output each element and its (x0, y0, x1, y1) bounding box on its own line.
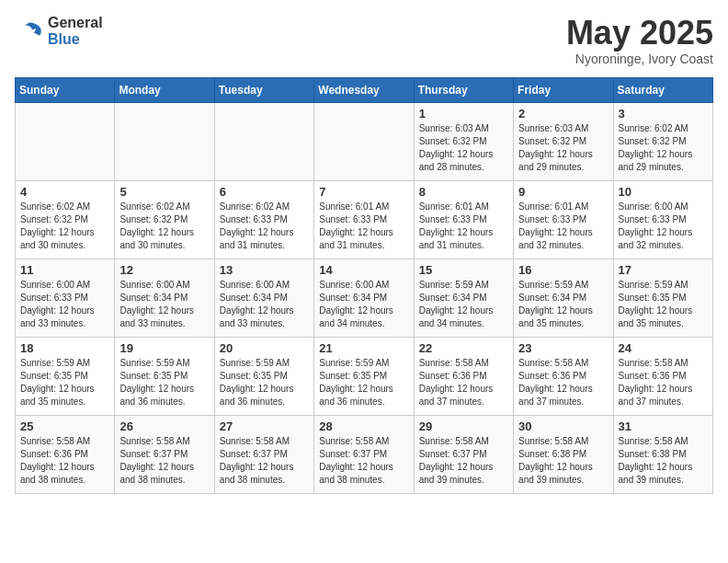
weekday-header: Wednesday (314, 77, 414, 102)
day-info: Sunrise: 5:58 AM Sunset: 6:36 PM Dayligh… (518, 357, 608, 408)
calendar-cell: 20Sunrise: 5:59 AM Sunset: 6:35 PM Dayli… (214, 337, 313, 415)
day-info: Sunrise: 6:02 AM Sunset: 6:32 PM Dayligh… (20, 201, 109, 252)
day-info: Sunrise: 5:58 AM Sunset: 6:37 PM Dayligh… (319, 435, 408, 487)
weekday-header: Friday (514, 77, 613, 102)
day-number: 21 (319, 341, 408, 355)
day-info: Sunrise: 5:59 AM Sunset: 6:34 PM Dayligh… (518, 279, 608, 330)
day-info: Sunrise: 5:59 AM Sunset: 6:35 PM Dayligh… (220, 357, 309, 408)
calendar-cell: 28Sunrise: 5:58 AM Sunset: 6:37 PM Dayli… (314, 415, 414, 493)
day-number: 12 (119, 263, 209, 277)
calendar-cell (16, 102, 115, 180)
calendar-cell: 1Sunrise: 6:03 AM Sunset: 6:32 PM Daylig… (414, 102, 513, 180)
day-info: Sunrise: 5:59 AM Sunset: 6:35 PM Dayligh… (119, 357, 209, 408)
calendar-cell: 17Sunrise: 5:59 AM Sunset: 6:35 PM Dayli… (613, 259, 712, 337)
calendar-cell: 6Sunrise: 6:02 AM Sunset: 6:33 PM Daylig… (214, 180, 313, 259)
day-number: 27 (220, 419, 309, 433)
day-info: Sunrise: 6:02 AM Sunset: 6:32 PM Dayligh… (619, 122, 708, 174)
day-info: Sunrise: 5:58 AM Sunset: 6:38 PM Dayligh… (518, 435, 608, 487)
calendar-cell: 18Sunrise: 5:59 AM Sunset: 6:35 PM Dayli… (16, 337, 115, 415)
day-number: 4 (20, 185, 109, 199)
day-number: 25 (20, 419, 109, 433)
calendar-cell: 8Sunrise: 6:01 AM Sunset: 6:33 PM Daylig… (414, 180, 513, 259)
calendar-cell: 27Sunrise: 5:58 AM Sunset: 6:37 PM Dayli… (214, 415, 313, 493)
day-number: 17 (619, 263, 708, 277)
calendar-cell: 15Sunrise: 5:59 AM Sunset: 6:34 PM Dayli… (414, 259, 513, 337)
calendar-week-row: 18Sunrise: 5:59 AM Sunset: 6:35 PM Dayli… (16, 337, 713, 415)
calendar-cell: 22Sunrise: 5:58 AM Sunset: 6:36 PM Dayli… (414, 337, 513, 415)
calendar-cell: 13Sunrise: 6:00 AM Sunset: 6:34 PM Dayli… (214, 259, 313, 337)
calendar-cell: 9Sunrise: 6:01 AM Sunset: 6:33 PM Daylig… (514, 180, 613, 259)
calendar-week-row: 1Sunrise: 6:03 AM Sunset: 6:32 PM Daylig… (16, 102, 713, 180)
day-number: 3 (619, 107, 708, 121)
day-number: 1 (419, 107, 508, 121)
logo-blue: Blue (48, 31, 103, 48)
calendar-cell: 14Sunrise: 6:00 AM Sunset: 6:34 PM Dayli… (314, 259, 414, 337)
calendar-cell: 21Sunrise: 5:59 AM Sunset: 6:35 PM Dayli… (314, 337, 414, 415)
day-number: 31 (619, 419, 708, 433)
day-info: Sunrise: 6:00 AM Sunset: 6:33 PM Dayligh… (619, 201, 708, 252)
calendar-cell: 25Sunrise: 5:58 AM Sunset: 6:36 PM Dayli… (16, 415, 115, 493)
day-info: Sunrise: 6:00 AM Sunset: 6:34 PM Dayligh… (119, 279, 209, 330)
day-number: 28 (319, 419, 408, 433)
calendar-cell: 16Sunrise: 5:59 AM Sunset: 6:34 PM Dayli… (514, 259, 613, 337)
logo-general: General (48, 15, 103, 31)
calendar-week-row: 4Sunrise: 6:02 AM Sunset: 6:32 PM Daylig… (16, 180, 713, 259)
header-row: SundayMondayTuesdayWednesdayThursdayFrid… (16, 77, 713, 102)
calendar-cell: 10Sunrise: 6:00 AM Sunset: 6:33 PM Dayli… (613, 180, 712, 259)
day-info: Sunrise: 6:02 AM Sunset: 6:32 PM Dayligh… (119, 201, 209, 252)
calendar-cell (115, 102, 214, 180)
logo: General Blue (15, 15, 103, 47)
calendar-cell: 29Sunrise: 5:58 AM Sunset: 6:37 PM Dayli… (414, 415, 513, 493)
calendar-cell: 12Sunrise: 6:00 AM Sunset: 6:34 PM Dayli… (115, 259, 214, 337)
location: Nyoroninge, Ivory Coast (566, 52, 713, 66)
day-info: Sunrise: 5:58 AM Sunset: 6:37 PM Dayligh… (119, 435, 209, 487)
day-number: 16 (518, 263, 608, 277)
day-info: Sunrise: 5:58 AM Sunset: 6:37 PM Dayligh… (419, 435, 508, 487)
day-number: 8 (419, 185, 508, 199)
weekday-header: Monday (115, 77, 214, 102)
weekday-header: Tuesday (214, 77, 313, 102)
calendar-cell: 19Sunrise: 5:59 AM Sunset: 6:35 PM Dayli… (115, 337, 214, 415)
day-number: 23 (518, 341, 608, 355)
calendar-cell: 26Sunrise: 5:58 AM Sunset: 6:37 PM Dayli… (115, 415, 214, 493)
day-info: Sunrise: 6:00 AM Sunset: 6:34 PM Dayligh… (220, 279, 309, 330)
day-info: Sunrise: 5:58 AM Sunset: 6:38 PM Dayligh… (619, 435, 708, 487)
day-info: Sunrise: 5:58 AM Sunset: 6:36 PM Dayligh… (619, 357, 708, 408)
day-info: Sunrise: 5:58 AM Sunset: 6:36 PM Dayligh… (419, 357, 508, 408)
calendar-cell: 4Sunrise: 6:02 AM Sunset: 6:32 PM Daylig… (16, 180, 115, 259)
day-info: Sunrise: 6:01 AM Sunset: 6:33 PM Dayligh… (419, 201, 508, 252)
calendar-cell: 11Sunrise: 6:00 AM Sunset: 6:33 PM Dayli… (16, 259, 115, 337)
day-number: 7 (319, 185, 408, 199)
day-info: Sunrise: 6:03 AM Sunset: 6:32 PM Dayligh… (419, 122, 508, 174)
calendar-cell (214, 102, 313, 180)
weekday-header: Sunday (16, 77, 115, 102)
weekday-header: Saturday (613, 77, 712, 102)
logo-icon (15, 17, 44, 46)
day-info: Sunrise: 6:03 AM Sunset: 6:32 PM Dayligh… (518, 122, 608, 174)
day-number: 9 (518, 185, 608, 199)
day-info: Sunrise: 6:00 AM Sunset: 6:33 PM Dayligh… (20, 279, 109, 330)
day-number: 11 (20, 263, 109, 277)
calendar-cell (314, 102, 414, 180)
calendar-cell: 23Sunrise: 5:58 AM Sunset: 6:36 PM Dayli… (514, 337, 613, 415)
day-info: Sunrise: 6:00 AM Sunset: 6:34 PM Dayligh… (319, 279, 408, 330)
day-number: 5 (119, 185, 209, 199)
calendar-week-row: 11Sunrise: 6:00 AM Sunset: 6:33 PM Dayli… (16, 259, 713, 337)
calendar-week-row: 25Sunrise: 5:58 AM Sunset: 6:36 PM Dayli… (16, 415, 713, 493)
calendar-cell: 7Sunrise: 6:01 AM Sunset: 6:33 PM Daylig… (314, 180, 414, 259)
calendar-cell: 24Sunrise: 5:58 AM Sunset: 6:36 PM Dayli… (613, 337, 712, 415)
calendar-cell: 2Sunrise: 6:03 AM Sunset: 6:32 PM Daylig… (514, 102, 613, 180)
day-number: 29 (419, 419, 508, 433)
day-number: 14 (319, 263, 408, 277)
day-number: 18 (20, 341, 109, 355)
day-info: Sunrise: 5:58 AM Sunset: 6:36 PM Dayligh… (20, 435, 109, 487)
day-number: 15 (419, 263, 508, 277)
day-number: 2 (518, 107, 608, 121)
page-header: General Blue May 2025 Nyoroninge, Ivory … (15, 15, 713, 66)
day-info: Sunrise: 5:59 AM Sunset: 6:34 PM Dayligh… (419, 279, 508, 330)
calendar-cell: 30Sunrise: 5:58 AM Sunset: 6:38 PM Dayli… (514, 415, 613, 493)
logo-text: General Blue (48, 15, 103, 47)
day-info: Sunrise: 5:59 AM Sunset: 6:35 PM Dayligh… (20, 357, 109, 408)
calendar-cell: 5Sunrise: 6:02 AM Sunset: 6:32 PM Daylig… (115, 180, 214, 259)
day-info: Sunrise: 6:02 AM Sunset: 6:33 PM Dayligh… (220, 201, 309, 252)
